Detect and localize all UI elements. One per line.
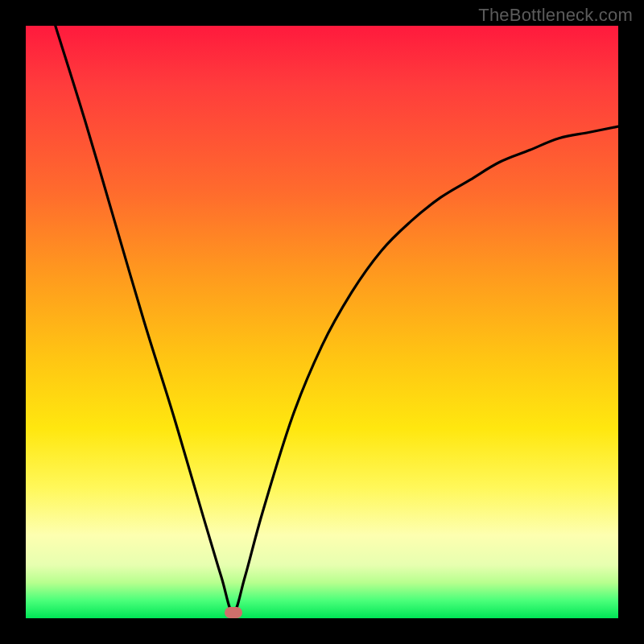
outer-frame: TheBottleneck.com	[0, 0, 644, 644]
plot-area	[26, 26, 618, 618]
optimal-marker	[225, 607, 242, 618]
bottleneck-curve	[26, 26, 618, 618]
watermark-text: TheBottleneck.com	[478, 5, 633, 26]
curve-path	[56, 26, 618, 613]
